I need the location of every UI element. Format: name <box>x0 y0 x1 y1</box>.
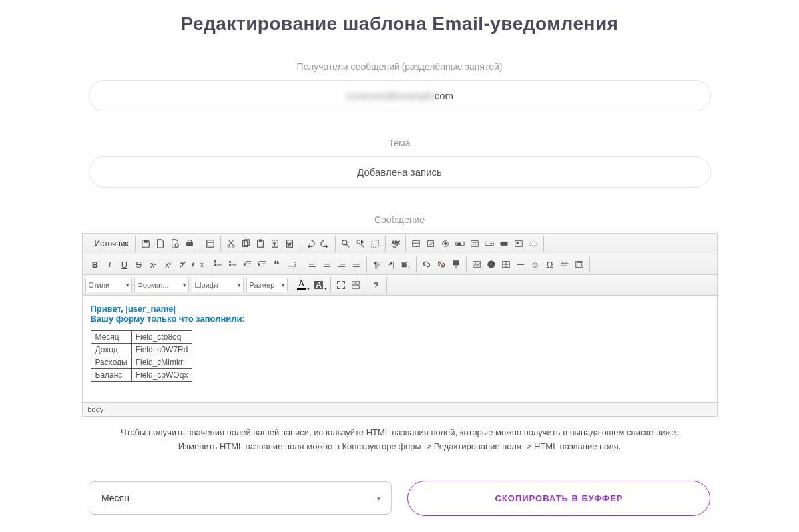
div-icon[interactable] <box>284 257 299 272</box>
recipients-input[interactable]: someone@examplecom <box>89 80 711 111</box>
table-row: РасходыField_cMimkr <box>91 356 192 369</box>
image-button-icon[interactable] <box>511 236 526 251</box>
indent-icon[interactable] <box>255 257 270 272</box>
templates-icon[interactable] <box>203 236 218 251</box>
subject-input[interactable] <box>89 156 711 188</box>
svg-rect-5 <box>206 240 214 248</box>
font-select[interactable]: Шрифт <box>192 278 244 292</box>
align-right-icon[interactable] <box>334 257 349 272</box>
iframe-icon[interactable] <box>572 257 587 272</box>
paste-icon[interactable] <box>253 236 268 251</box>
preview-icon[interactable] <box>168 236 182 251</box>
subscript-icon[interactable]: x₂ <box>146 257 161 272</box>
flash-icon[interactable] <box>484 257 499 272</box>
new-page-icon[interactable] <box>153 236 168 251</box>
svg-rect-34 <box>500 242 507 245</box>
anchor-icon[interactable] <box>449 257 463 272</box>
align-justify-icon[interactable] <box>349 257 364 272</box>
language-icon[interactable]: 話 <box>399 257 413 272</box>
table-icon[interactable] <box>499 257 513 272</box>
image-icon[interactable] <box>469 257 484 272</box>
strike-icon[interactable]: S <box>132 257 146 272</box>
toolbar-row-3: Стили Формат... Шрифт Размер A▾ A▾ ? <box>83 275 717 296</box>
svg-point-36 <box>517 242 519 244</box>
svg-text:T: T <box>180 262 184 268</box>
ltr-icon[interactable]: ¶‹ <box>370 257 384 272</box>
copy-icon[interactable] <box>238 236 253 251</box>
hidden-field-icon[interactable] <box>526 236 541 251</box>
remove-format-icon[interactable]: T <box>176 257 190 272</box>
svg-text:ab: ab <box>457 242 461 246</box>
hr-icon[interactable] <box>513 257 528 272</box>
recipients-value: com <box>435 90 453 101</box>
outdent-icon[interactable] <box>240 257 255 272</box>
superscript-icon[interactable]: x² <box>161 257 176 272</box>
svg-rect-1 <box>144 240 147 243</box>
form-icon[interactable] <box>409 236 423 251</box>
svg-text:I: I <box>192 262 194 268</box>
print-icon[interactable] <box>182 236 197 251</box>
blockquote-icon[interactable]: ❝ <box>270 257 284 272</box>
cut-icon[interactable] <box>224 236 238 251</box>
svg-rect-37 <box>529 242 537 245</box>
message-label: Сообщение <box>0 214 799 225</box>
spellcheck-icon[interactable]: ABC <box>388 236 403 251</box>
align-left-icon[interactable] <box>305 257 320 272</box>
svg-point-8 <box>232 245 234 248</box>
numbered-list-icon[interactable]: 12 <box>211 257 226 272</box>
textfield-icon[interactable]: ab <box>453 236 467 251</box>
format-select[interactable]: Формат... <box>134 278 189 292</box>
italic-icon[interactable]: I <box>103 257 117 272</box>
rich-text-editor: Источник T W <box>82 233 718 417</box>
replace-icon[interactable]: b <box>353 236 368 251</box>
editor-content[interactable]: Привет, |user_name| Вашу форму только чт… <box>83 296 717 402</box>
text-color-button[interactable]: A▾ <box>293 278 310 292</box>
rtl-icon[interactable]: ›¶ <box>384 257 399 272</box>
svg-rect-35 <box>515 241 522 247</box>
table-row: ДоходField_c0W7Rd <box>91 344 192 356</box>
find-icon[interactable] <box>338 236 353 251</box>
radio-icon[interactable] <box>438 236 453 251</box>
svg-rect-84 <box>352 286 359 288</box>
select-all-icon[interactable] <box>368 236 382 251</box>
show-blocks-icon[interactable] <box>348 278 363 292</box>
paste-word-icon[interactable]: W <box>282 236 297 251</box>
bold-icon[interactable]: B <box>88 257 103 272</box>
copy-to-buffer-button[interactable]: СКОПИРОВАТЬ В БУФФЕР <box>407 481 710 516</box>
svg-point-44 <box>229 261 231 263</box>
textarea-icon[interactable] <box>467 236 482 251</box>
bg-color-button[interactable]: A▾ <box>310 278 328 292</box>
pagebreak-icon[interactable] <box>557 257 572 272</box>
source-button[interactable]: Источник <box>88 239 133 248</box>
paste-text-icon[interactable]: T <box>268 236 282 251</box>
select-icon[interactable] <box>482 236 497 251</box>
redo-icon[interactable] <box>318 236 332 251</box>
bullet-list-icon[interactable] <box>226 257 240 272</box>
special-char-icon[interactable]: Ω <box>543 257 557 272</box>
clear-format-icon[interactable]: Ix <box>190 257 205 272</box>
field-select[interactable]: Месяц <box>89 481 392 515</box>
svg-text:話: 話 <box>401 262 406 267</box>
size-select[interactable]: Размер <box>246 278 288 292</box>
about-icon[interactable]: ? <box>369 278 384 292</box>
maximize-icon[interactable] <box>334 278 348 292</box>
subject-label: Тема <box>0 138 799 148</box>
svg-point-73 <box>487 261 495 268</box>
checkbox-icon[interactable] <box>423 236 438 251</box>
underline-icon[interactable]: U <box>117 257 132 272</box>
svg-point-7 <box>227 245 230 248</box>
undo-icon[interactable] <box>303 236 318 251</box>
smiley-icon[interactable]: ☺ <box>528 257 543 272</box>
save-icon[interactable] <box>138 236 153 251</box>
style-select[interactable]: Стили <box>85 278 132 292</box>
editor-path[interactable]: body <box>83 402 717 416</box>
editor-intro: Вашу форму только что заполнили: <box>91 314 709 324</box>
align-center-icon[interactable] <box>320 257 334 272</box>
recipients-label: Получатели сообщений (разделённые запято… <box>0 61 799 72</box>
editor-greeting: Привет, |user_name| <box>91 304 709 314</box>
svg-text:b: b <box>361 239 364 244</box>
unlink-icon[interactable] <box>434 257 449 272</box>
button-icon[interactable] <box>497 236 511 251</box>
link-icon[interactable] <box>419 257 434 272</box>
svg-line-18 <box>346 244 349 247</box>
